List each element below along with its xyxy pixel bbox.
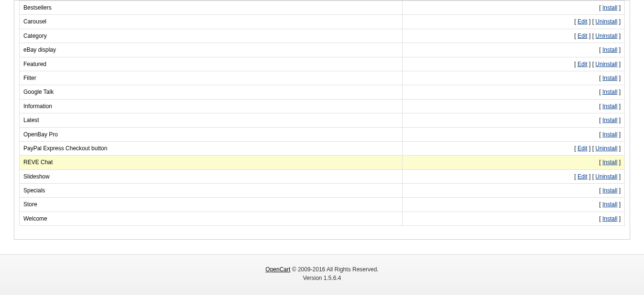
edit-link[interactable]: Edit: [578, 33, 588, 39]
uninstall-link[interactable]: Uninstall: [595, 61, 617, 67]
module-actions: [ Edit ] [ Uninstall ]: [403, 29, 625, 43]
module-name: Slideshow: [20, 169, 403, 183]
install-link[interactable]: Install: [602, 103, 617, 110]
module-actions: [ Edit ] [ Uninstall ]: [403, 15, 625, 29]
footer-version: Version 1.5.6.4: [0, 274, 644, 282]
uninstall-link[interactable]: Uninstall: [595, 145, 617, 152]
table-row: eBay display [ Install ]: [20, 43, 625, 57]
module-name: Google Talk: [20, 85, 403, 99]
table-row: OpenBay Pro [ Install ]: [20, 127, 625, 141]
module-name: Welcome: [20, 212, 403, 225]
table-row: Specials [ Install ]: [20, 184, 625, 198]
uninstall-link[interactable]: Uninstall: [595, 33, 617, 39]
edit-link[interactable]: Edit: [578, 173, 588, 180]
module-name: OpenBay Pro: [20, 127, 403, 141]
module-name: REVE Chat: [20, 156, 403, 169]
uninstall-link[interactable]: Uninstall: [595, 18, 617, 25]
module-name: Bestsellers: [20, 1, 403, 15]
module-name: Carousel: [20, 15, 403, 29]
module-name: PayPal Express Checkout button: [20, 141, 403, 155]
module-actions: [ Install ]: [403, 113, 625, 127]
table-row: Store [ Install ]: [20, 198, 625, 212]
install-link[interactable]: Install: [602, 159, 617, 166]
modules-panel: Bestsellers [ Install ] Carousel [ Edit …: [14, 0, 630, 240]
footer: OpenCart © 2009-2016 All Rights Reserved…: [0, 254, 644, 295]
module-name: Latest: [20, 113, 403, 127]
module-actions: [ Install ]: [403, 71, 625, 85]
table-row: Featured [ Edit ] [ Uninstall ]: [20, 57, 625, 71]
module-actions: [ Install ]: [403, 1, 625, 15]
table-row: Bestsellers [ Install ]: [20, 1, 625, 15]
install-link[interactable]: Install: [602, 201, 617, 208]
install-link[interactable]: Install: [602, 131, 617, 138]
edit-link[interactable]: Edit: [578, 145, 588, 152]
module-actions: [ Install ]: [403, 127, 625, 141]
module-name: Category: [20, 29, 403, 43]
footer-copyright: © 2009-2016 All Rights Reserved.: [290, 266, 378, 273]
uninstall-link[interactable]: Uninstall: [595, 173, 617, 180]
install-link[interactable]: Install: [602, 89, 617, 95]
module-name: Filter: [20, 71, 403, 85]
footer-brand-link[interactable]: OpenCart: [265, 266, 290, 273]
module-actions: [ Install ]: [403, 43, 625, 57]
table-row: Filter [ Install ]: [20, 71, 625, 85]
table-row: Slideshow [ Edit ] [ Uninstall ]: [20, 169, 625, 183]
table-row: Google Talk [ Install ]: [20, 85, 625, 99]
module-name: eBay display: [20, 43, 403, 57]
install-link[interactable]: Install: [602, 46, 617, 53]
install-link[interactable]: Install: [602, 215, 617, 222]
module-actions: [ Install ]: [403, 85, 625, 99]
module-actions: [ Install ]: [403, 184, 625, 198]
module-name: Store: [20, 198, 403, 212]
table-row: PayPal Express Checkout button [ Edit ] …: [20, 141, 625, 155]
module-actions: [ Edit ] [ Uninstall ]: [403, 141, 625, 155]
module-actions: [ Edit ] [ Uninstall ]: [403, 57, 625, 71]
install-link[interactable]: Install: [602, 4, 617, 11]
module-name: Information: [20, 99, 403, 113]
module-actions: [ Edit ] [ Uninstall ]: [403, 169, 625, 183]
table-row: Information [ Install ]: [20, 99, 625, 113]
module-actions: [ Install ]: [403, 212, 625, 225]
install-link[interactable]: Install: [602, 187, 617, 194]
install-link[interactable]: Install: [602, 117, 617, 123]
module-name: Featured: [20, 57, 403, 71]
module-name: Specials: [20, 184, 403, 198]
table-row: Latest [ Install ]: [20, 113, 625, 127]
install-link[interactable]: Install: [602, 75, 617, 81]
edit-link[interactable]: Edit: [578, 18, 588, 25]
table-row: Carousel [ Edit ] [ Uninstall ]: [20, 15, 625, 29]
module-actions: [ Install ]: [403, 198, 625, 212]
module-actions: [ Install ]: [403, 156, 625, 169]
table-row: Category [ Edit ] [ Uninstall ]: [20, 29, 625, 43]
module-actions: [ Install ]: [403, 99, 625, 113]
edit-link[interactable]: Edit: [578, 61, 588, 67]
table-row: REVE Chat [ Install ]: [20, 156, 625, 169]
modules-table: Bestsellers [ Install ] Carousel [ Edit …: [19, 0, 625, 226]
table-row: Welcome [ Install ]: [20, 212, 625, 225]
